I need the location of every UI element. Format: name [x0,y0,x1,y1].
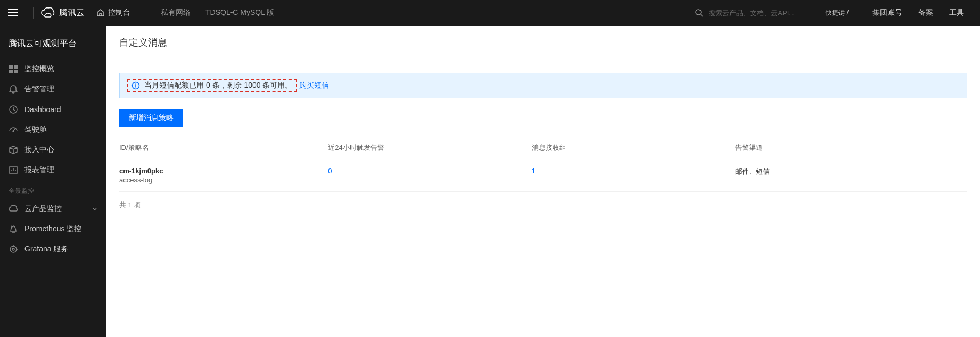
top-link-beian[interactable]: 备案 [918,8,933,18]
create-policy-button[interactable]: 新增消息策略 [119,109,183,127]
sidebar-item-access[interactable]: 接入中心 [0,140,106,160]
svg-point-0 [696,10,701,15]
main-content: 自定义消息 当月短信配额已用 0 条，剩余 1000 条可用。 购买短信 新增消… [106,26,980,337]
table-footer: 共 1 项 [119,192,967,218]
grafana-icon [9,245,18,254]
nav-link-vpc[interactable]: 私有网络 [161,8,191,18]
sidebar: 腾讯云可观测平台 监控概览 告警管理 Dashboard 驾驶舱 [0,26,106,337]
brand[interactable]: 腾讯云 [41,7,85,19]
th-alarm: 近24小时触发告警 [323,137,526,159]
hamburger-menu[interactable] [0,0,26,26]
sidebar-item-label: Prometheus 监控 [24,224,81,234]
svg-rect-1 [9,65,13,69]
sidebar-item-label: 驾驶舱 [24,125,47,134]
sidebar-item-alarm[interactable]: 告警管理 [0,79,106,99]
group-count-link[interactable]: 1 [532,167,536,175]
header-right: 快捷键 / 集团账号 备案 工具 [686,0,980,26]
th-id: ID/策略名 [119,137,323,159]
sidebar-item-label: 监控概览 [24,64,54,74]
chevron-down-icon [92,206,98,212]
sidebar-item-prometheus[interactable]: Prometheus 监控 [0,219,106,239]
svg-rect-3 [9,70,13,73]
th-channel: 告警渠道 [730,137,967,159]
divider [33,7,34,19]
cell-id: cm-1kjm0pkc access-log [119,159,323,192]
console-link[interactable]: 控制台 [96,8,130,18]
sidebar-item-overview[interactable]: 监控概览 [0,59,106,79]
info-icon [131,81,140,90]
cloud-icon [9,204,18,214]
sidebar-item-report[interactable]: 报表管理 [0,160,106,180]
table-row: cm-1kjm0pkc access-log 0 1 邮件、短信 [119,159,967,192]
grid-icon [9,64,18,74]
policy-name: access-log [119,176,317,184]
shortcut-badge[interactable]: 快捷键 / [821,7,853,19]
sidebar-title: 腾讯云可观测平台 [0,26,106,59]
sidebar-item-label: Dashboard [24,105,61,114]
policy-id: cm-1kjm0pkc [119,167,317,175]
search-icon [695,9,703,17]
svg-point-8 [10,246,17,252]
search-box [686,0,813,26]
svg-rect-2 [14,65,18,69]
nav-link-tdsql[interactable]: TDSQL-C MySQL 版 [205,8,274,18]
report-icon [9,165,18,175]
buy-sms-link[interactable]: 购买短信 [299,81,329,90]
sidebar-item-label: 报表管理 [24,165,54,175]
table-header-row: ID/策略名 近24小时触发告警 消息接收组 告警渠道 [119,137,967,159]
alarm-count-link[interactable]: 0 [328,167,332,175]
bell-icon [9,85,18,94]
content-area: 当月短信配额已用 0 条，剩余 1000 条可用。 购买短信 新增消息策略 ID… [106,60,980,231]
box-icon [9,145,18,155]
divider [138,7,138,19]
info-banner: 当月短信配额已用 0 条，剩余 1000 条可用。 购买短信 [119,73,967,98]
top-header: 腾讯云 控制台 私有网络 TDSQL-C MySQL 版 快捷键 / 集团账号 … [0,0,980,26]
gauge-icon [9,125,18,134]
sidebar-item-dashboard[interactable]: Dashboard [0,99,106,120]
search-input[interactable] [709,9,804,17]
nav-links: 私有网络 TDSQL-C MySQL 版 [161,8,274,18]
top-link-account[interactable]: 集团账号 [872,8,902,18]
sidebar-item-cockpit[interactable]: 驾驶舱 [0,120,106,140]
sidebar-section-label: 全景监控 [0,180,106,199]
top-link-tools[interactable]: 工具 [949,8,964,18]
home-icon [96,9,105,17]
top-links: 集团账号 备案 工具 [872,8,964,18]
sidebar-item-label: 接入中心 [24,145,54,155]
clock-icon [9,105,18,114]
sidebar-item-label: Grafana 服务 [24,245,68,254]
page-title: 自定义消息 [106,26,980,60]
cell-alarm: 0 [323,159,526,192]
cloud-logo-icon [41,7,55,19]
hamburger-icon [8,9,18,16]
cell-channel: 邮件、短信 [730,159,967,192]
info-highlight: 当月短信配额已用 0 条，剩余 1000 条可用。 [127,79,297,92]
svg-point-6 [13,131,14,132]
console-text: 控制台 [108,8,130,18]
info-text: 当月短信配额已用 0 条，剩余 1000 条可用。 [144,81,293,90]
sidebar-item-grafana[interactable]: Grafana 服务 [0,239,106,259]
sidebar-item-cloud-monitor[interactable]: 云产品监控 [0,199,106,219]
sidebar-item-label: 告警管理 [24,85,54,94]
policy-table: ID/策略名 近24小时触发告警 消息接收组 告警渠道 cm-1kjm0pkc … [119,137,967,192]
cell-group: 1 [526,159,730,192]
svg-rect-4 [14,70,18,73]
svg-point-9 [12,248,14,250]
brand-text: 腾讯云 [59,7,85,19]
th-group: 消息接收组 [526,137,730,159]
prometheus-icon [9,224,18,234]
sidebar-item-label: 云产品监控 [24,204,62,214]
